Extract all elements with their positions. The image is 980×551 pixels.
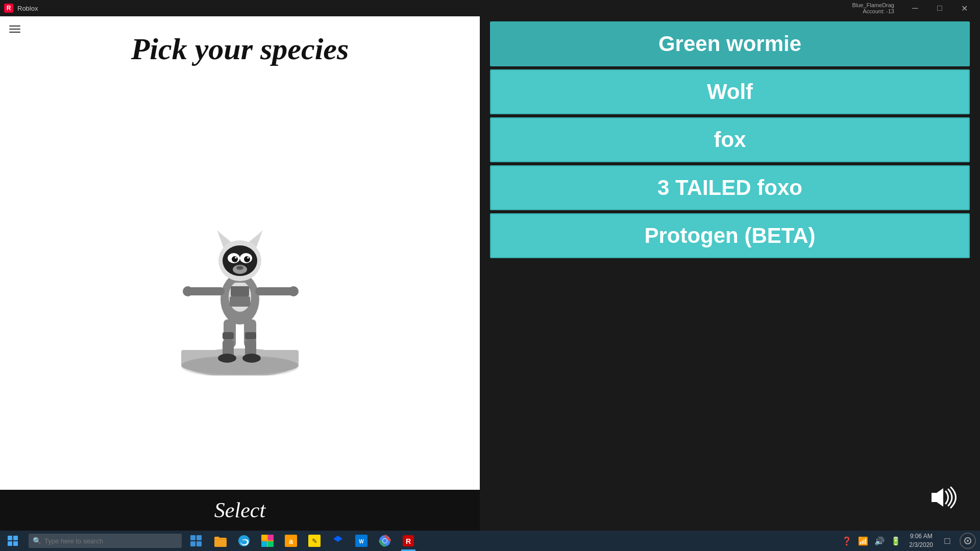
svg-text:W: W <box>359 539 364 544</box>
svg-text:R: R <box>406 537 411 545</box>
svg-point-25 <box>244 256 250 262</box>
svg-rect-37 <box>8 541 12 546</box>
ham-line-3 <box>9 32 20 33</box>
taskbar-file-explorer[interactable] <box>209 531 232 551</box>
windows-icon <box>8 536 18 546</box>
edge-icon <box>237 534 251 547</box>
minimize-button[interactable]: ─ <box>903 0 927 16</box>
svg-point-29 <box>236 266 243 270</box>
roblox-tb-icon: R <box>402 534 415 547</box>
svg-rect-30 <box>231 286 249 296</box>
svg-marker-34 <box>932 488 943 507</box>
character-display <box>163 67 316 490</box>
question-icon[interactable]: ❓ <box>840 536 854 546</box>
select-button[interactable]: Select <box>214 498 265 522</box>
start-button[interactable] <box>0 531 26 551</box>
sticky-icon: ✎ <box>308 534 321 547</box>
species-list: Green wormieWolffox3 TAILED foxoProtogen… <box>480 16 980 266</box>
taskbar-chrome[interactable] <box>374 531 396 551</box>
hamburger-button[interactable] <box>6 22 23 36</box>
taskbar-right: ❓ 📶 🔊 🔋 9:06 AM 2/3/2020 □ <box>840 531 980 551</box>
svg-rect-32 <box>223 332 234 339</box>
title-bar-left: R Roblox <box>4 4 38 13</box>
volume-button[interactable] <box>929 486 960 510</box>
cortana-button[interactable] <box>960 533 976 549</box>
svg-rect-50 <box>268 541 274 547</box>
svg-point-6 <box>183 286 193 296</box>
svg-rect-35 <box>8 536 12 540</box>
wifi-icon[interactable]: 📶 <box>856 536 870 546</box>
taskview-icon <box>190 535 202 546</box>
title-bar: R Roblox Blue_FlameDrag Account: -13 ─ □… <box>0 0 980 16</box>
svg-point-14 <box>242 354 261 363</box>
svg-point-24 <box>232 256 238 262</box>
svg-rect-39 <box>190 535 195 540</box>
title-bar-controls: Blue_FlameDrag Account: -13 ─ □ ✕ <box>852 0 976 16</box>
svg-rect-41 <box>190 541 195 546</box>
svg-text:✎: ✎ <box>312 537 317 545</box>
taskbar-apps: a ✎ W <box>209 531 420 551</box>
main-container: Pick your species <box>0 16 980 531</box>
taskbar-roblox[interactable]: R <box>397 531 420 551</box>
system-clock[interactable]: 9:06 AM 2/3/2020 <box>905 532 937 549</box>
account-info: Blue_FlameDrag Account: -13 <box>852 2 894 14</box>
game-area: Pick your species <box>0 16 480 531</box>
taskbar: 🔍 <box>0 531 980 551</box>
svg-rect-47 <box>261 535 267 540</box>
svg-point-66 <box>967 540 969 542</box>
taskbar-amazon[interactable]: a <box>280 531 302 551</box>
svg-rect-31 <box>230 296 250 307</box>
taskbar-app7[interactable]: W <box>350 531 373 551</box>
cortana-icon <box>964 537 972 545</box>
volume-icon <box>929 486 960 509</box>
svg-rect-36 <box>13 536 18 540</box>
svg-rect-48 <box>268 535 274 540</box>
notification-button[interactable]: □ <box>939 531 955 551</box>
page-title: Pick your species <box>131 32 349 67</box>
species-item-3-tailed-foxo[interactable]: 3 TAILED foxo <box>490 165 970 210</box>
svg-point-11 <box>218 354 236 363</box>
clock-time: 9:06 AM <box>909 532 933 541</box>
account-label: Account: -13 <box>852 8 894 14</box>
svg-text:a: a <box>289 537 293 545</box>
taskbar-dropbox[interactable] <box>327 531 349 551</box>
svg-rect-49 <box>261 541 267 547</box>
select-bar: Select <box>0 490 480 531</box>
svg-rect-38 <box>13 541 18 546</box>
battery-icon[interactable]: 🔋 <box>889 536 903 546</box>
taskbar-edge[interactable] <box>233 531 255 551</box>
svg-rect-33 <box>245 332 256 339</box>
dropbox-icon <box>331 534 345 547</box>
roblox-icon: R <box>4 4 13 13</box>
species-item-fox[interactable]: fox <box>490 117 970 162</box>
ham-line-2 <box>9 29 20 30</box>
taskbar-photos[interactable] <box>256 531 279 551</box>
app7-icon: W <box>355 534 368 547</box>
species-item-protogen[interactable]: Protogen (BETA) <box>490 213 970 258</box>
right-panel: Green wormieWolffox3 TAILED foxoProtogen… <box>480 16 980 531</box>
account-name: Blue_FlameDrag <box>852 2 894 8</box>
search-input[interactable] <box>44 537 167 545</box>
search-box[interactable]: 🔍 <box>29 534 182 548</box>
svg-point-27 <box>247 257 249 259</box>
maximize-button[interactable]: □ <box>928 0 951 16</box>
svg-point-62 <box>383 539 387 543</box>
svg-point-8 <box>288 286 299 296</box>
chrome-icon <box>378 534 391 547</box>
species-item-wolf[interactable]: Wolf <box>490 69 970 114</box>
sound-icon[interactable]: 🔊 <box>872 536 887 546</box>
taskbar-sticky[interactable]: ✎ <box>303 531 326 551</box>
svg-rect-44 <box>214 537 219 539</box>
svg-point-26 <box>235 257 237 259</box>
svg-marker-55 <box>333 536 342 542</box>
close-button[interactable]: ✕ <box>952 0 976 16</box>
amazon-icon: a <box>284 534 298 547</box>
svg-rect-40 <box>197 535 202 540</box>
photos-icon <box>261 534 274 547</box>
svg-rect-42 <box>197 541 202 546</box>
clock-date: 2/3/2020 <box>909 541 933 549</box>
species-item-green-wormie[interactable]: Green wormie <box>490 21 970 66</box>
taskview-button[interactable] <box>185 531 207 551</box>
window-title: Roblox <box>17 5 38 12</box>
character-svg <box>163 182 316 375</box>
